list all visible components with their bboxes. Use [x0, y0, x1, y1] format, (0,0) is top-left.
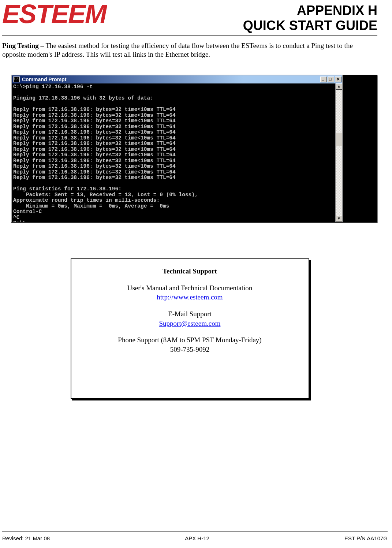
support-manual-label: User's Manual and Technical Documentatio…: [79, 283, 301, 293]
support-email-link[interactable]: Support@esteem.com: [159, 320, 221, 327]
page-footer: Revised: 21 Mar 08 APX H-12 EST P/N AA10…: [2, 532, 388, 541]
screenshot-frame: Command Prompt C:\>ping 172.16.38.196 -t…: [11, 75, 377, 223]
support-phone-label: Phone Support (8AM to 5PM PST Monday-Fri…: [79, 335, 301, 345]
logo: ESTEEM: [2, 4, 106, 25]
page: ESTEEM APPENDIX H QUICK START GUIDE Ping…: [0, 0, 392, 548]
scroll-down-button[interactable]: ▼: [336, 216, 342, 222]
document-title: APPENDIX H QUICK START GUIDE: [243, 3, 377, 33]
intro-paragraph: Ping Testing – The easiest method for te…: [2, 41, 377, 59]
footer-revised: Revised: 21 Mar 08: [2, 535, 50, 541]
window-title: Command Prompt: [22, 77, 66, 82]
vertical-scrollbar[interactable]: ▲ ▼: [335, 83, 342, 222]
titlebar-left: Command Prompt: [13, 77, 66, 82]
command-prompt-icon: [13, 77, 20, 82]
support-email-label: E-Mail Support: [79, 309, 301, 319]
title-line-2: QUICK START GUIDE: [243, 18, 377, 33]
header-divider: [2, 36, 377, 36]
section-text: – The easiest method for testing the eff…: [2, 42, 353, 59]
command-prompt-window: Command Prompt C:\>ping 172.16.38.196 -t…: [11, 75, 343, 222]
support-website-link[interactable]: http://www.esteem.com: [157, 293, 223, 301]
window-body: C:\>ping 172.16.38.196 -t Pinging 172.16…: [12, 83, 342, 222]
logo-text: ESTEEM: [2, 4, 106, 25]
section-label: Ping Testing: [2, 42, 39, 49]
page-header: ESTEEM APPENDIX H QUICK START GUIDE: [2, 4, 377, 33]
close-button[interactable]: [335, 77, 341, 82]
footer-divider: [2, 532, 388, 532]
support-phone-number: 509-735-9092: [79, 345, 301, 354]
minimize-button[interactable]: [320, 77, 327, 82]
footer-part-number: EST P/N AA107G: [344, 535, 388, 541]
window-titlebar[interactable]: Command Prompt: [12, 75, 342, 83]
title-line-1: APPENDIX H: [243, 3, 377, 18]
scroll-up-button[interactable]: ▲: [336, 83, 342, 90]
scroll-thumb[interactable]: [336, 133, 342, 146]
technical-support-box: Technical Support User's Manual and Tech…: [71, 258, 309, 399]
support-title: Technical Support: [79, 266, 301, 276]
maximize-button[interactable]: [328, 77, 334, 82]
terminal-output[interactable]: C:\>ping 172.16.38.196 -t Pinging 172.16…: [12, 83, 335, 222]
scroll-track[interactable]: [336, 90, 342, 216]
window-controls: [320, 77, 341, 82]
footer-page-number: APX H-12: [185, 535, 209, 541]
